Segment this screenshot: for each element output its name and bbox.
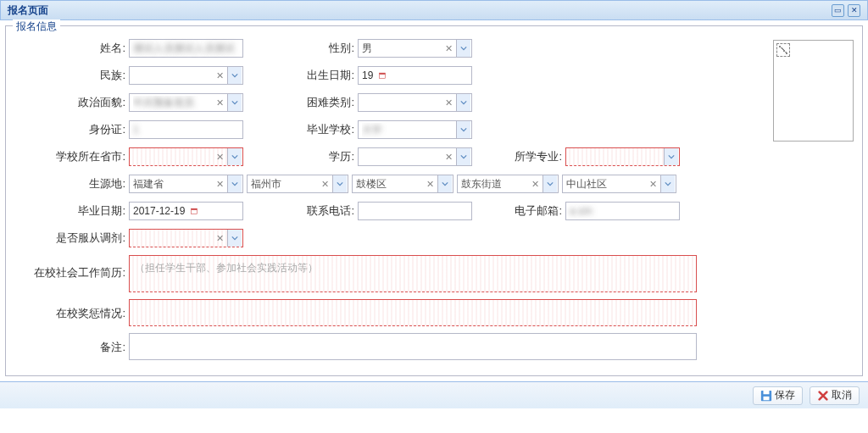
- broken-image-icon: [776, 43, 790, 57]
- graddate-field[interactable]: 2017-12-19: [129, 202, 243, 220]
- svg-rect-1: [379, 73, 385, 75]
- education-label: 学历:: [243, 149, 358, 164]
- chevron-down-icon[interactable]: [227, 175, 242, 192]
- origin-province-combo[interactable]: 福建省✕: [129, 175, 243, 193]
- clear-icon[interactable]: ✕: [649, 179, 657, 190]
- origin-street-combo[interactable]: 鼓东街道✕: [457, 175, 559, 193]
- origin-city-combo[interactable]: 福州市✕: [247, 175, 348, 193]
- accept-combo[interactable]: ✕: [129, 229, 243, 247]
- calendar-icon[interactable]: [375, 67, 389, 84]
- remark-textarea[interactable]: [129, 333, 697, 360]
- award-textarea[interactable]: [129, 299, 697, 326]
- idcard-label: 身份证:: [14, 122, 129, 137]
- window-title: 报名页面: [8, 3, 48, 18]
- schoolcity-label: 学校所在省市:: [14, 149, 129, 164]
- svg-rect-3: [191, 208, 197, 210]
- political-combo[interactable]: 中共预备党员 ✕: [129, 93, 243, 112]
- chevron-down-icon[interactable]: [227, 230, 242, 247]
- schoolcity-combo[interactable]: ✕: [129, 147, 243, 166]
- birth-date[interactable]: 19: [358, 66, 472, 85]
- name-label: 姓名:: [14, 41, 129, 56]
- action-bar: 保存 取消: [0, 381, 868, 408]
- resume-textarea[interactable]: （担任学生干部、参加社会实践活动等）: [129, 255, 697, 292]
- chevron-down-icon[interactable]: [227, 148, 242, 165]
- idcard-field[interactable]: 1: [129, 120, 243, 139]
- chevron-down-icon[interactable]: [664, 148, 678, 165]
- close-icon[interactable]: ✕: [848, 4, 860, 17]
- chevron-down-icon[interactable]: [227, 67, 242, 84]
- svg-rect-6: [764, 396, 770, 399]
- disk-icon: [760, 390, 772, 402]
- major-combo[interactable]: [565, 147, 680, 166]
- origin-label: 生源地:: [14, 176, 129, 192]
- chevron-down-icon[interactable]: [660, 175, 675, 192]
- name-field[interactable]: 测试人员测试人员测试: [129, 39, 243, 58]
- phone-label: 联系电话:: [243, 203, 358, 219]
- resume-label: 在校社会工作简历:: [14, 255, 129, 280]
- window-controls: ▭ ✕: [832, 4, 860, 17]
- photo-upload[interactable]: [773, 40, 854, 142]
- email-label: 电子邮箱:: [472, 203, 565, 219]
- clear-icon[interactable]: ✕: [445, 152, 453, 163]
- registration-fieldset: 报名信息 姓名: 测试人员测试人员测试 性别: 男 ✕ 民族: ✕: [5, 25, 863, 376]
- gradschool-label: 毕业学校:: [243, 122, 358, 137]
- clear-icon[interactable]: ✕: [216, 70, 224, 81]
- clear-icon[interactable]: ✕: [216, 233, 224, 244]
- window-header: 报名页面 ▭ ✕: [0, 0, 868, 20]
- difficulty-label: 困难类别:: [243, 95, 358, 110]
- chevron-down-icon[interactable]: [456, 94, 470, 111]
- cancel-label: 取消: [832, 388, 852, 402]
- save-label: 保存: [775, 388, 795, 402]
- cancel-button[interactable]: 取消: [810, 386, 860, 405]
- gender-combo[interactable]: 男 ✕: [358, 39, 472, 58]
- major-label: 所学专业:: [472, 149, 565, 164]
- political-label: 政治面貌:: [14, 95, 129, 110]
- chevron-down-icon[interactable]: [456, 121, 470, 138]
- clear-icon[interactable]: ✕: [445, 43, 453, 54]
- education-combo[interactable]: ✕: [358, 147, 472, 166]
- chevron-down-icon[interactable]: [456, 40, 470, 57]
- email-field[interactable]: a om: [565, 202, 680, 220]
- nation-label: 民族:: [14, 68, 129, 83]
- clear-icon[interactable]: ✕: [216, 152, 224, 163]
- chevron-down-icon[interactable]: [227, 94, 242, 111]
- birth-label: 出生日期:: [243, 68, 358, 83]
- remark-label: 备注:: [14, 333, 129, 355]
- clear-icon[interactable]: ✕: [445, 97, 453, 108]
- chevron-down-icon[interactable]: [542, 175, 557, 192]
- award-label: 在校奖惩情况:: [14, 299, 129, 321]
- clear-icon[interactable]: ✕: [216, 179, 224, 190]
- origin-district-combo[interactable]: 鼓楼区✕: [352, 175, 453, 193]
- calendar-icon[interactable]: [186, 203, 201, 219]
- minimize-icon[interactable]: ▭: [832, 4, 844, 17]
- fieldset-legend: 报名信息: [13, 19, 60, 34]
- gradschool-combo[interactable]: 大学: [358, 120, 472, 139]
- phone-field[interactable]: [358, 202, 472, 220]
- chevron-down-icon[interactable]: [456, 148, 470, 165]
- clear-icon[interactable]: ✕: [216, 97, 224, 108]
- nation-combo[interactable]: ✕: [129, 66, 243, 85]
- svg-rect-5: [764, 390, 770, 393]
- clear-icon[interactable]: ✕: [426, 179, 434, 190]
- clear-icon[interactable]: ✕: [321, 179, 329, 190]
- accept-label: 是否服从调剂:: [14, 230, 129, 246]
- chevron-down-icon[interactable]: [332, 175, 347, 192]
- save-button[interactable]: 保存: [753, 386, 803, 405]
- gender-label: 性别:: [243, 41, 358, 56]
- chevron-down-icon[interactable]: [437, 175, 452, 192]
- x-icon: [817, 390, 829, 402]
- origin-community-combo[interactable]: 中山社区✕: [562, 175, 676, 193]
- clear-icon[interactable]: ✕: [531, 179, 539, 190]
- graddate-label: 毕业日期:: [14, 203, 129, 219]
- difficulty-combo[interactable]: ✕: [358, 93, 472, 112]
